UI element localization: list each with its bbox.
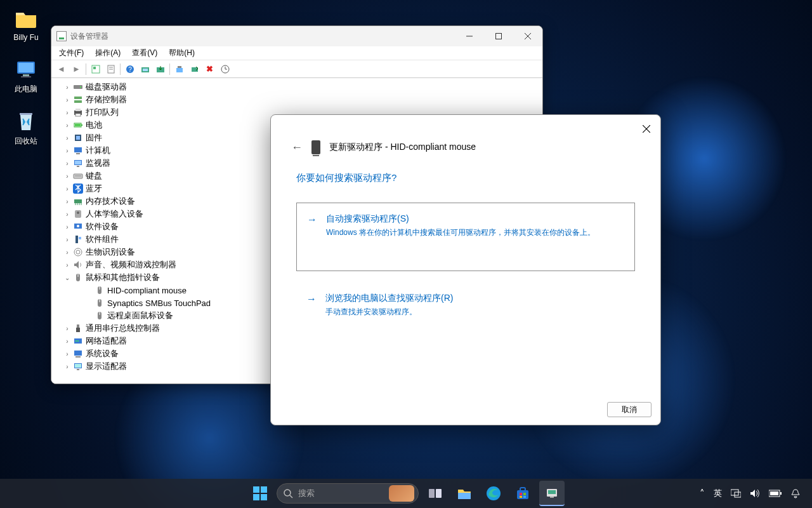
svg-rect-70: [75, 356, 81, 358]
desktop-icon-this-pc[interactable]: 此电脑: [4, 57, 48, 95]
search-box[interactable]: 搜索: [277, 483, 419, 504]
forward-button[interactable]: ►: [69, 62, 84, 76]
menu-view[interactable]: 查看(V): [127, 46, 162, 60]
option-browse-computer[interactable]: → 浏览我的电脑以查找驱动程序(R) 手动查找并安装驱动程序。: [296, 283, 635, 328]
component-icon: [73, 234, 83, 244]
tree-node[interactable]: ›存储控制器: [51, 93, 542, 106]
chevron-icon: ›: [63, 236, 72, 243]
software-icon: [73, 222, 83, 232]
back-button[interactable]: ◄: [54, 62, 69, 76]
svg-rect-65: [76, 328, 80, 332]
tree-node-label: 远程桌面鼠标设备: [107, 310, 173, 321]
system-icon: [73, 349, 83, 359]
titlebar[interactable]: 设备管理器: [51, 26, 542, 46]
mouse-icon: [95, 311, 105, 321]
svg-point-67: [75, 340, 77, 342]
svg-rect-4: [20, 113, 32, 115]
uninstall-button[interactable]: [172, 62, 187, 76]
store-button[interactable]: [510, 481, 535, 506]
enable-button[interactable]: [187, 62, 202, 76]
task-view-button[interactable]: [422, 481, 448, 506]
memory-icon: [73, 196, 83, 206]
svg-rect-19: [176, 68, 183, 72]
option-subtitle: 手动查找并安装驱动程序。: [325, 307, 624, 318]
computer-icon: [73, 145, 83, 156]
back-icon[interactable]: ←: [291, 141, 303, 154]
menu-file[interactable]: 文件(F): [54, 46, 89, 60]
file-explorer-button[interactable]: [452, 481, 477, 506]
svg-rect-88: [523, 493, 526, 495]
svg-rect-31: [75, 124, 81, 126]
cancel-button[interactable]: 取消: [607, 402, 652, 417]
tree-node-label: 生物识别设备: [86, 246, 135, 258]
mouse-icon: [95, 285, 105, 295]
option-title: 浏览我的电脑以查找驱动程序(R): [325, 293, 624, 304]
disk-icon: [73, 82, 83, 92]
update-driver-button[interactable]: [153, 62, 167, 76]
svg-rect-64: [77, 324, 79, 328]
tree-node-label: 软件组件: [86, 234, 119, 245]
tree-node-label: 计算机: [86, 145, 110, 156]
tree-node-label: 网络适配器: [86, 335, 127, 347]
svg-rect-29: [75, 114, 81, 116]
svg-rect-43: [74, 199, 82, 203]
help-button[interactable]: ?: [122, 62, 137, 76]
device-manager-taskbar-button[interactable]: [539, 481, 565, 506]
start-button[interactable]: [247, 481, 273, 506]
ime-indicator[interactable]: 英: [714, 488, 722, 499]
battery-icon[interactable]: [769, 490, 782, 497]
svg-rect-85: [517, 490, 528, 499]
svg-rect-3: [21, 76, 31, 77]
chevron-icon: ›: [63, 84, 72, 91]
properties-button[interactable]: [103, 62, 118, 76]
usb-icon: [73, 323, 83, 333]
svg-rect-76: [253, 486, 259, 493]
tree-node[interactable]: ›磁盘驱动器: [51, 81, 542, 93]
svg-point-80: [284, 490, 291, 496]
svg-rect-52: [75, 236, 78, 243]
svg-rect-35: [74, 147, 82, 152]
hid-icon: [73, 209, 83, 219]
svg-rect-2: [23, 74, 29, 76]
chevron-icon: ›: [63, 198, 72, 205]
svg-rect-38: [75, 161, 81, 164]
show-hide-tree-button[interactable]: [88, 62, 103, 76]
tray-overflow-button[interactable]: ˄: [700, 488, 705, 499]
svg-rect-86: [520, 488, 525, 491]
dialog-close-button[interactable]: [638, 120, 655, 138]
projection-icon[interactable]: [731, 489, 741, 498]
toolbar: ◄ ► ? ✖: [51, 60, 542, 78]
option-title: 自动搜索驱动程序(S): [326, 213, 623, 225]
chevron-icon: ›: [63, 211, 72, 218]
computer-icon: [14, 57, 38, 81]
mouse-icon: [73, 272, 83, 283]
menu-help[interactable]: 帮助(H): [164, 46, 200, 60]
maximize-button[interactable]: [484, 26, 513, 46]
disable-button[interactable]: ✖: [202, 62, 217, 76]
minimize-button[interactable]: [455, 26, 484, 46]
tree-node-label: 通用串行总线控制器: [86, 323, 160, 334]
svg-rect-77: [261, 486, 267, 493]
menu-action[interactable]: 操作(A): [90, 46, 126, 60]
scan-hardware-button[interactable]: [138, 62, 152, 76]
chevron-icon: ›: [63, 249, 72, 256]
svg-rect-36: [76, 153, 80, 154]
notifications-icon[interactable]: [790, 488, 801, 498]
search-highlight-icon: [389, 485, 414, 502]
close-button[interactable]: [513, 26, 542, 46]
svg-rect-89: [520, 496, 522, 498]
svg-rect-92: [548, 490, 556, 494]
desktop-icon-user-folder[interactable]: Billy Fu: [4, 6, 48, 42]
volume-icon[interactable]: [750, 489, 760, 498]
desktop-icon-recycle-bin[interactable]: 回收站: [4, 109, 48, 147]
svg-rect-34: [76, 136, 80, 140]
chevron-icon: ›: [63, 262, 72, 269]
svg-point-84: [487, 486, 501, 500]
action-button[interactable]: [218, 62, 232, 76]
chevron-icon: ›: [63, 122, 72, 129]
svg-rect-17: [143, 69, 148, 71]
tree-node-label: 软件设备: [86, 221, 119, 232]
tree-node-label: 磁盘驱动器: [86, 81, 127, 93]
edge-button[interactable]: [481, 481, 506, 506]
option-auto-search[interactable]: → 自动搜索驱动程序(S) Windows 将在你的计算机中搜索最佳可用驱动程序…: [296, 203, 635, 271]
